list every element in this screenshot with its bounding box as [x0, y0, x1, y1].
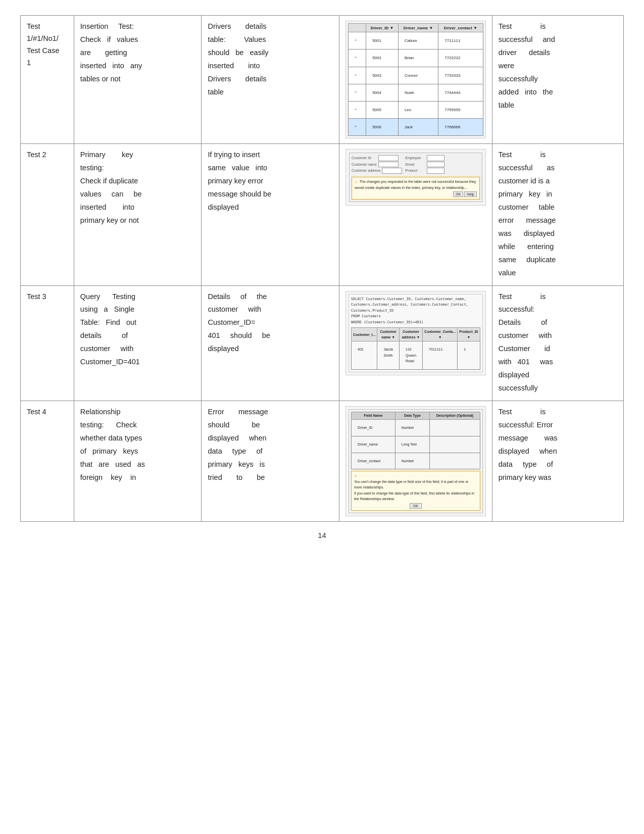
table-row-2: Test 2 Primary key testing: Check if dup…	[21, 144, 624, 285]
description-4: Relationship testing: Check whether data…	[74, 401, 202, 521]
description-3: Query Testing using a Single Table: Find…	[74, 285, 202, 401]
screenshot-1: Driver_ID ▼ Driver_name ▼ Driver_contact…	[339, 16, 492, 144]
steps-3: Details of the customer with Customer_ID…	[202, 285, 339, 401]
test-id-3: Test 3	[21, 285, 74, 401]
mini-field-box-4: Field NameData TypeDescription (Optional…	[349, 409, 483, 513]
mini-field-table-4: Field NameData TypeDescription (Optional…	[351, 412, 480, 469]
result-1: Test is successful and driver details we…	[492, 16, 623, 144]
mini-query-box-3: SELECT Customers.Customer_ID, Customers.…	[349, 294, 483, 372]
mini-error-box-2: ⚠ The changes you requested to the table…	[352, 177, 480, 200]
description-2: Primary key testing: Check if duplicate …	[74, 144, 202, 285]
test-id-2: Test 2	[21, 144, 74, 285]
screenshot-4: Field NameData TypeDescription (Optional…	[339, 401, 492, 521]
screenshot-box-2: Customer ID Customer name Customer addre…	[345, 149, 486, 205]
page-container: Test 1/#1/No1/ Test Case 1 Insertion Tes…	[20, 15, 624, 539]
page-number: 14	[20, 531, 624, 539]
description-1: Insertion Test: Check if values are gett…	[74, 16, 202, 144]
mini-data-table-1: Driver_ID ▼ Driver_name ▼ Driver_contact…	[348, 23, 483, 136]
mini-form-2: Customer ID Customer name Customer addre…	[349, 153, 482, 202]
result-3: Test is successful: Details of customer …	[492, 285, 623, 401]
screenshot-box-4: Field NameData TypeDescription (Optional…	[345, 406, 486, 516]
mini-error-dialog-4: ⚠ You can't change the data type or fiel…	[351, 471, 480, 511]
steps-4: Error message should be displayed when d…	[202, 401, 339, 521]
main-table: Test 1/#1/No1/ Test Case 1 Insertion Tes…	[20, 15, 624, 522]
result-2: Test is successful as customer id is a p…	[492, 144, 623, 285]
screenshot-3: SELECT Customers.Customer_ID, Customers.…	[339, 285, 492, 401]
screenshot-2: Customer ID Customer name Customer addre…	[339, 144, 492, 285]
steps-2: If trying to insert same value into prim…	[202, 144, 339, 285]
table-row-4: Test 4 Relationship testing: Check wheth…	[21, 401, 624, 521]
table-row-3: Test 3 Query Testing using a Single Tabl…	[21, 285, 624, 401]
result-4: Test is successful: Error message was di…	[492, 401, 623, 521]
steps-1: Drivers details table: Values should be …	[202, 16, 339, 144]
mini-result-table-3: Customer_I... Customer name ▼ Customer a…	[351, 327, 480, 370]
test-id-4: Test 4	[21, 401, 74, 521]
test-id-1: Test 1/#1/No1/ Test Case 1	[21, 16, 74, 144]
screenshot-box-1: Driver_ID ▼ Driver_name ▼ Driver_contact…	[345, 21, 486, 138]
table-row-1: Test 1/#1/No1/ Test Case 1 Insertion Tes…	[21, 16, 624, 144]
screenshot-box-3: SELECT Customers.Customer_ID, Customers.…	[345, 291, 486, 375]
